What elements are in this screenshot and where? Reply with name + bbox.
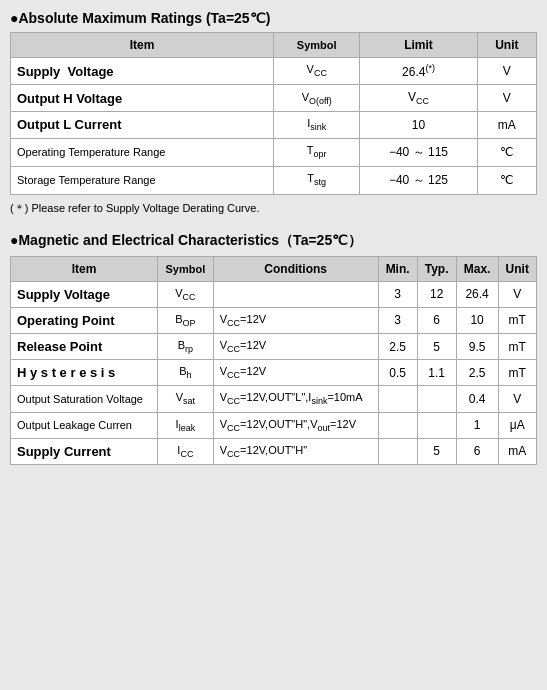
item-cell: Storage Temperature Range bbox=[11, 166, 274, 194]
symbol-cell: Brp bbox=[157, 333, 213, 359]
unit-cell: mT bbox=[498, 333, 536, 359]
item-cell: Operating Point bbox=[11, 307, 158, 333]
max-cell: 6 bbox=[456, 438, 498, 464]
symbol-cell: VCC bbox=[157, 281, 213, 307]
item-cell: Output H Voltage bbox=[11, 85, 274, 112]
unit-cell: μA bbox=[498, 412, 536, 438]
symbol-cell: Vsat bbox=[157, 386, 213, 412]
conditions-cell: VCC=12V,OUT"H" bbox=[213, 438, 378, 464]
min-cell: 3 bbox=[378, 281, 417, 307]
symbol-cell: Bh bbox=[157, 360, 213, 386]
col-header-item: Item bbox=[11, 33, 274, 58]
unit-cell: mA bbox=[477, 112, 536, 138]
absolute-max-table: Item Symbol Limit Unit Supply Voltage VC… bbox=[10, 32, 537, 195]
col-header-conditions: Conditions bbox=[213, 256, 378, 281]
limit-cell: −40 ～ 125 bbox=[360, 166, 478, 194]
item-cell: H y s t e r e s i s bbox=[11, 360, 158, 386]
typ-cell: 12 bbox=[417, 281, 456, 307]
section2-title: ●Magnetic and Electrical Characteristics… bbox=[10, 232, 537, 250]
max-cell: 9.5 bbox=[456, 333, 498, 359]
conditions-cell: VCC=12V bbox=[213, 333, 378, 359]
typ-cell: 1.1 bbox=[417, 360, 456, 386]
item-cell: Output Saturation Voltage bbox=[11, 386, 158, 412]
table-row: Supply Voltage VCC 26.4(*) V bbox=[11, 58, 537, 85]
max-cell: 1 bbox=[456, 412, 498, 438]
symbol-cell: Topr bbox=[274, 138, 360, 166]
col-header-min: Min. bbox=[378, 256, 417, 281]
min-cell bbox=[378, 412, 417, 438]
item-cell: Output L Current bbox=[11, 112, 274, 138]
conditions-cell: VCC=12V bbox=[213, 360, 378, 386]
table-row: Storage Temperature Range Tstg −40 ～ 125… bbox=[11, 166, 537, 194]
item-cell: Supply Current bbox=[11, 438, 158, 464]
col-header-unit: Unit bbox=[477, 33, 536, 58]
table-row: Output Saturation Voltage Vsat VCC=12V,O… bbox=[11, 386, 537, 412]
unit-cell: V bbox=[477, 58, 536, 85]
limit-cell: 26.4(*) bbox=[360, 58, 478, 85]
symbol-cell: Ileak bbox=[157, 412, 213, 438]
max-cell: 26.4 bbox=[456, 281, 498, 307]
conditions-cell: VCC=12V,OUT"H",Vout=12V bbox=[213, 412, 378, 438]
typ-cell bbox=[417, 386, 456, 412]
max-cell: 2.5 bbox=[456, 360, 498, 386]
min-cell bbox=[378, 438, 417, 464]
symbol-cell: ICC bbox=[157, 438, 213, 464]
conditions-cell: VCC=12V,OUT"L",Isink=10mA bbox=[213, 386, 378, 412]
col-header-typ: Typ. bbox=[417, 256, 456, 281]
limit-cell: VCC bbox=[360, 85, 478, 112]
section1-note: (＊) Please refer to Supply Voltage Derat… bbox=[10, 201, 537, 216]
table-row: Output H Voltage VO(off) VCC V bbox=[11, 85, 537, 112]
conditions-cell: VCC=12V bbox=[213, 307, 378, 333]
limit-cell: 10 bbox=[360, 112, 478, 138]
symbol-cell: BOP bbox=[157, 307, 213, 333]
col-header-unit: Unit bbox=[498, 256, 536, 281]
col-header-symbol: Symbol bbox=[157, 256, 213, 281]
unit-cell: V bbox=[498, 386, 536, 412]
table-row: H y s t e r e s i s Bh VCC=12V 0.5 1.1 2… bbox=[11, 360, 537, 386]
col-header-limit: Limit bbox=[360, 33, 478, 58]
min-cell: 2.5 bbox=[378, 333, 417, 359]
col-header-item: Item bbox=[11, 256, 158, 281]
section1-title: ●Absolute Maximum Ratings (Ta=25℃) bbox=[10, 10, 537, 26]
unit-cell: V bbox=[477, 85, 536, 112]
typ-cell bbox=[417, 412, 456, 438]
conditions-cell bbox=[213, 281, 378, 307]
item-cell: Output Leakage Curren bbox=[11, 412, 158, 438]
section1-title-text: ●Absolute Maximum Ratings (Ta=25℃) bbox=[10, 10, 270, 26]
item-cell: Release Point bbox=[11, 333, 158, 359]
unit-cell: ℃ bbox=[477, 166, 536, 194]
item-cell: Supply Voltage bbox=[11, 58, 274, 85]
max-cell: 0.4 bbox=[456, 386, 498, 412]
symbol-cell: Tstg bbox=[274, 166, 360, 194]
unit-cell: mT bbox=[498, 360, 536, 386]
limit-cell: −40 ～ 115 bbox=[360, 138, 478, 166]
typ-cell: 5 bbox=[417, 333, 456, 359]
typ-cell: 5 bbox=[417, 438, 456, 464]
unit-cell: ℃ bbox=[477, 138, 536, 166]
table-row: Output L Current Isink 10 mA bbox=[11, 112, 537, 138]
table-row: Supply Current ICC VCC=12V,OUT"H" 5 6 mA bbox=[11, 438, 537, 464]
item-cell: Operating Temperature Range bbox=[11, 138, 274, 166]
typ-cell: 6 bbox=[417, 307, 456, 333]
max-cell: 10 bbox=[456, 307, 498, 333]
section2-title-text: ●Magnetic and Electrical Characteristics… bbox=[10, 232, 362, 250]
table-row: Operating Temperature Range Topr −40 ～ 1… bbox=[11, 138, 537, 166]
min-cell: 3 bbox=[378, 307, 417, 333]
min-cell bbox=[378, 386, 417, 412]
symbol-cell: VCC bbox=[274, 58, 360, 85]
col-header-max: Max. bbox=[456, 256, 498, 281]
table-row: Operating Point BOP VCC=12V 3 6 10 mT bbox=[11, 307, 537, 333]
unit-cell: V bbox=[498, 281, 536, 307]
min-cell: 0.5 bbox=[378, 360, 417, 386]
table-row: Supply Voltage VCC 3 12 26.4 V bbox=[11, 281, 537, 307]
unit-cell: mT bbox=[498, 307, 536, 333]
item-cell: Supply Voltage bbox=[11, 281, 158, 307]
table-row: Release Point Brp VCC=12V 2.5 5 9.5 mT bbox=[11, 333, 537, 359]
unit-cell: mA bbox=[498, 438, 536, 464]
symbol-cell: Isink bbox=[274, 112, 360, 138]
col-header-symbol: Symbol bbox=[274, 33, 360, 58]
mag-elec-table: Item Symbol Conditions Min. Typ. Max. Un… bbox=[10, 256, 537, 465]
symbol-cell: VO(off) bbox=[274, 85, 360, 112]
table-row: Output Leakage Curren Ileak VCC=12V,OUT"… bbox=[11, 412, 537, 438]
